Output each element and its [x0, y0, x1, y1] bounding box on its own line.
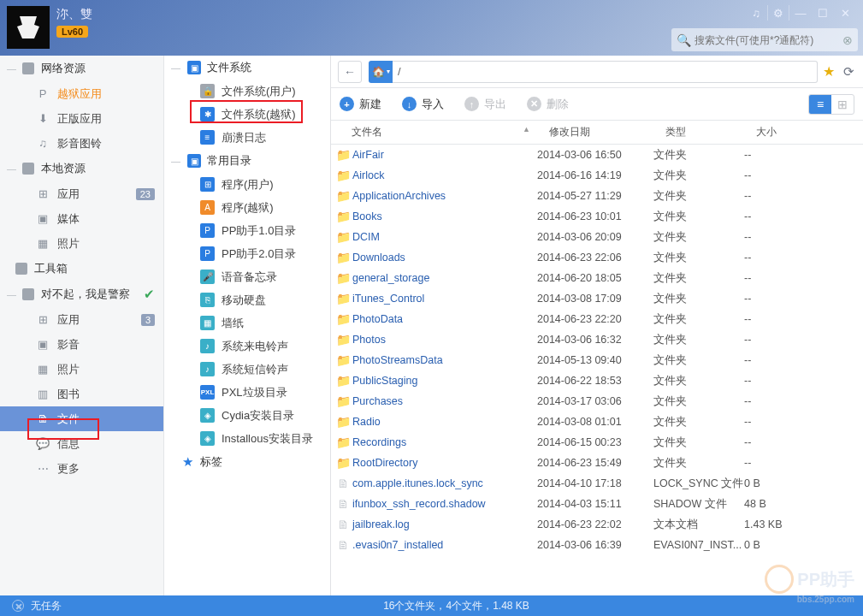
- sidebar-group-device[interactable]: — 对不起，我是警察 ✔: [0, 281, 163, 307]
- export-button[interactable]: ↑导出: [464, 97, 506, 112]
- file-type: 文件夹: [653, 394, 744, 409]
- file-row[interactable]: 📁 PhotoStreamsData 2014-05-13 09:40 文件夹 …: [331, 350, 863, 370]
- sidebar-item-device-1[interactable]: ▣ 影音: [0, 332, 163, 357]
- file-row[interactable]: 📁 ApplicationArchives 2014-05-27 11:29 文…: [331, 186, 863, 206]
- file-row[interactable]: 🗎 ifunbox_ssh_record.shadow 2014-04-03 1…: [331, 494, 863, 514]
- sidebar-item-net-2[interactable]: ♫ 影音图铃: [0, 131, 163, 156]
- sidebar-item-device-3[interactable]: ▥ 图书: [0, 382, 163, 406]
- sidebar-item-device-6[interactable]: ⋯ 更多: [0, 456, 163, 481]
- action-bar: +新建 ↓导入 ↑导出 ✕删除 ≡ ⊞: [331, 88, 863, 121]
- col-name[interactable]: 文件名▲: [331, 125, 539, 139]
- file-icon: 🗎: [337, 518, 349, 531]
- file-row[interactable]: 📁 PhotoData 2014-06-23 22:20 文件夹 --: [331, 309, 863, 329]
- mid-group-fs[interactable]: — ▣ 文件系统: [164, 56, 330, 80]
- mid-item-common-3[interactable]: P PP助手2.0目录: [164, 242, 330, 265]
- folder-icon: 📁: [336, 353, 351, 367]
- search-bar[interactable]: 🔍 ⊗: [671, 28, 858, 51]
- item-icon: ⊞: [36, 187, 50, 201]
- mid-item-common-0[interactable]: ⊞ 程序(用户): [164, 173, 330, 196]
- maximize-icon[interactable]: ☐: [812, 5, 834, 21]
- avatar[interactable]: [7, 6, 50, 49]
- clear-icon[interactable]: ⊗: [842, 33, 853, 47]
- file-date: 2014-06-20 18:05: [537, 272, 653, 284]
- file-row[interactable]: 📁 iTunes_Control 2014-03-08 17:09 文件夹 --: [331, 288, 863, 309]
- sidebar-item-local-0[interactable]: ⊞ 应用 23: [0, 181, 163, 206]
- sidebar-item-device-2[interactable]: ▦ 照片: [0, 357, 163, 382]
- file-row[interactable]: 📁 Books 2014-06-23 10:01 文件夹 --: [331, 206, 863, 227]
- minimize-icon[interactable]: —: [789, 5, 812, 21]
- mid-item-common-8[interactable]: ♪ 系统短信铃声: [164, 358, 330, 381]
- mid-item-fs-0[interactable]: 🔒 文件系统(用户): [164, 80, 330, 103]
- sidebar-group-net[interactable]: — 网络资源: [0, 56, 163, 81]
- col-size[interactable]: 大小: [746, 125, 863, 139]
- mid-item-common-4[interactable]: 🎤 语音备忘录: [164, 265, 330, 288]
- search-input[interactable]: [695, 34, 831, 46]
- sidebar-group-local[interactable]: — 本地资源: [0, 156, 163, 181]
- mid-item-common-2[interactable]: P PP助手1.0目录: [164, 219, 330, 242]
- item-icon: ▦: [200, 316, 215, 330]
- back-button[interactable]: ←: [338, 61, 362, 83]
- mid-item-common-1[interactable]: A 程序(越狱): [164, 196, 330, 219]
- file-row[interactable]: 📁 Recordings 2014-06-15 00:23 文件夹 --: [331, 432, 863, 453]
- sidebar-item-device-4[interactable]: 🗎 文件: [0, 406, 163, 431]
- mid-item-common-5[interactable]: ⎘ 移动硬盘: [164, 288, 330, 311]
- sidebar-item-local-2[interactable]: ▦ 照片: [0, 231, 163, 256]
- close-icon[interactable]: ✕: [834, 5, 856, 21]
- mid-item-common-10[interactable]: ◈ Cydia安装目录: [164, 404, 330, 427]
- import-button[interactable]: ↓导入: [402, 97, 444, 112]
- file-row[interactable]: 📁 Radio 2014-03-08 01:01 文件夹 --: [331, 412, 863, 432]
- no-task-icon: [12, 600, 24, 612]
- list-view-icon[interactable]: ≡: [809, 95, 831, 114]
- grid-view-icon[interactable]: ⊞: [831, 95, 854, 114]
- mid-item-common-6[interactable]: ▦ 墙纸: [164, 311, 330, 335]
- mid-item-common-11[interactable]: ◈ Installous安装目录: [164, 427, 330, 450]
- mid-item-common-7[interactable]: ♪ 系统来电铃声: [164, 335, 330, 358]
- mid-group-bookmarks[interactable]: ★ 标签: [164, 450, 330, 474]
- file-row[interactable]: 🗎 .evasi0n7_installed 2014-03-06 16:39 E…: [331, 535, 863, 555]
- file-row[interactable]: 📁 RootDirectory 2014-06-23 15:49 文件夹 --: [331, 453, 863, 473]
- favorite-icon[interactable]: ★: [823, 63, 835, 80]
- mid-item-fs-1[interactable]: ✱ 文件系统(越狱): [164, 103, 330, 126]
- toolbox-icon: [15, 263, 27, 275]
- file-type: 文件夹: [653, 148, 744, 163]
- reload-icon[interactable]: ⟳: [843, 64, 854, 80]
- file-row[interactable]: 📁 Purchases 2014-03-17 03:06 文件夹 --: [331, 391, 863, 412]
- file-row[interactable]: 📁 AirFair 2014-03-06 16:50 文件夹 --: [331, 145, 863, 165]
- menu-icon[interactable]: ⚙: [767, 5, 789, 21]
- no-task[interactable]: 无任务: [12, 599, 62, 613]
- file-type: 文件夹: [653, 271, 744, 286]
- col-type[interactable]: 类型: [655, 125, 746, 139]
- file-panel: ← 🏠▾ / ★ ⟳ +新建 ↓导入 ↑导出 ✕删除 ≡ ⊞ 文件名▲ 修改日期…: [331, 56, 863, 595]
- file-name: Purchases: [351, 395, 537, 407]
- new-button[interactable]: +新建: [340, 97, 381, 112]
- sidebar-item-local-1[interactable]: ▣ 媒体: [0, 206, 163, 231]
- sidebar-item-device-0[interactable]: ⊞ 应用 3: [0, 307, 163, 332]
- file-name: com.apple.itunes.lock_sync: [351, 477, 537, 489]
- music-icon[interactable]: ♫: [745, 5, 767, 21]
- file-row[interactable]: 📁 Photos 2014-03-06 16:32 文件夹 --: [331, 329, 863, 350]
- sidebar-group-tools[interactable]: 工具箱: [0, 256, 163, 281]
- file-row[interactable]: 📁 Airlock 2014-06-16 14:19 文件夹 --: [331, 165, 863, 186]
- sidebar-item-device-5[interactable]: 💬 信息: [0, 431, 163, 456]
- home-button[interactable]: 🏠▾: [369, 61, 393, 83]
- path-field[interactable]: /: [393, 61, 818, 83]
- item-icon: ▥: [36, 388, 50, 401]
- file-row[interactable]: 📁 PublicStaging 2014-06-22 18:53 文件夹 --: [331, 370, 863, 391]
- mid-item-fs-2[interactable]: ≡ 崩溃日志: [164, 126, 330, 149]
- file-size: --: [744, 313, 863, 325]
- view-switcher[interactable]: ≡ ⊞: [808, 94, 854, 115]
- file-type: 文件夹: [653, 169, 744, 183]
- file-row[interactable]: 📁 Downloads 2014-06-23 22:06 文件夹 --: [331, 247, 863, 268]
- sidebar-item-net-0[interactable]: P 越狱应用: [0, 81, 163, 106]
- file-date: 2014-06-22 18:53: [537, 375, 653, 387]
- mid-group-common[interactable]: — ▣ 常用目录: [164, 149, 330, 173]
- file-row[interactable]: 📁 DCIM 2014-03-06 20:09 文件夹 --: [331, 227, 863, 247]
- sidebar-item-net-1[interactable]: ⬇ 正版应用: [0, 106, 163, 131]
- file-row[interactable]: 🗎 com.apple.itunes.lock_sync 2014-04-10 …: [331, 473, 863, 494]
- file-row[interactable]: 🗎 jailbreak.log 2014-06-23 22:02 文本文档 1.…: [331, 514, 863, 535]
- mid-item-common-9[interactable]: PXL PXL垃圾目录: [164, 381, 330, 404]
- delete-button[interactable]: ✕删除: [527, 97, 569, 112]
- down-arrow-icon: ↓: [402, 97, 417, 111]
- file-row[interactable]: 📁 general_storage 2014-06-20 18:05 文件夹 -…: [331, 268, 863, 288]
- col-date[interactable]: 修改日期: [539, 125, 655, 139]
